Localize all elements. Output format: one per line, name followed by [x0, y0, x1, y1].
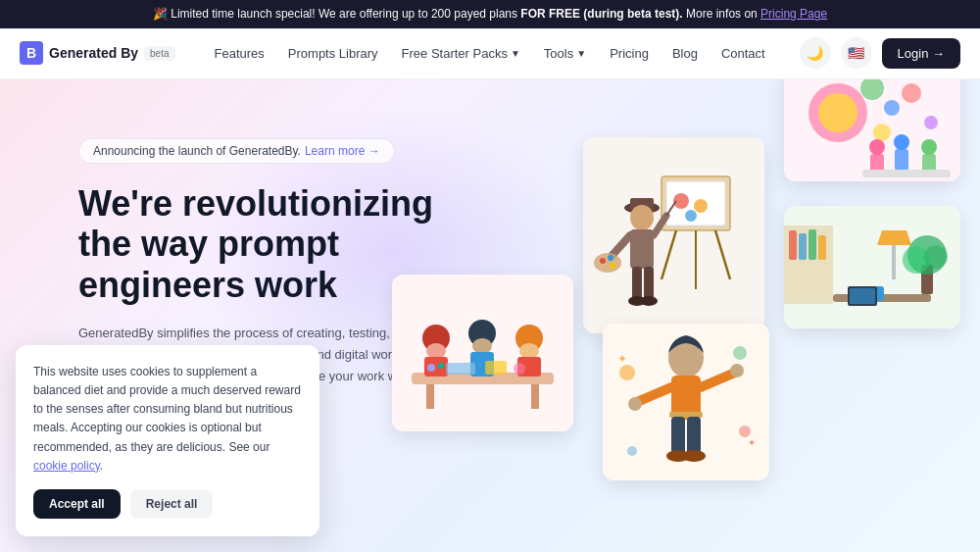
accept-cookies-button[interactable]: Accept all [33, 489, 121, 519]
language-selector[interactable]: 🇺🇸 [841, 37, 872, 69]
theme-toggle-button[interactable]: 🌙 [800, 37, 831, 69]
bottom-right-illustration-card [784, 206, 960, 328]
svg-point-11 [630, 205, 654, 230]
nav-tools[interactable]: Tools ▼ [534, 40, 596, 67]
group-table-illustration-card [392, 275, 573, 431]
svg-point-32 [472, 338, 492, 354]
svg-point-47 [902, 83, 921, 103]
banner-suffix: More infos on [686, 7, 760, 21]
cookie-policy-link[interactable]: cookie policy [33, 459, 100, 473]
svg-point-4 [694, 199, 708, 213]
svg-rect-56 [862, 170, 951, 177]
nav-free-starter-packs[interactable]: Free Starter Packs ▼ [392, 40, 530, 67]
svg-text:✦: ✦ [748, 437, 756, 448]
logo-icon: B [20, 41, 43, 65]
nav-blog[interactable]: Blog [662, 40, 708, 67]
svg-rect-53 [895, 149, 908, 171]
beta-badge: beta [144, 46, 174, 61]
svg-point-54 [921, 139, 937, 155]
svg-point-35 [519, 343, 539, 359]
nav-contact[interactable]: Contact [711, 40, 775, 67]
svg-rect-27 [531, 384, 539, 409]
cookie-popup: This website uses cookies to supplement … [16, 345, 319, 536]
cookie-buttons: Accept all Reject all [33, 489, 302, 519]
navbar: B Generated By beta Features Prompts Lib… [0, 28, 980, 79]
svg-point-5 [685, 210, 697, 222]
svg-rect-26 [426, 384, 434, 409]
svg-point-50 [869, 139, 885, 155]
svg-point-39 [514, 363, 525, 375]
banner-message: We are offering up to 200 payed plans [318, 7, 520, 21]
active-person-illustration-card: ✦ ✦ [603, 324, 769, 480]
logo[interactable]: B Generated By beta [20, 41, 175, 65]
svg-point-19 [610, 263, 615, 269]
svg-point-49 [924, 116, 938, 129]
svg-point-89 [733, 346, 747, 360]
painter-illustration-card [583, 137, 764, 333]
top-right-illustration-card [784, 64, 960, 181]
svg-point-52 [894, 134, 909, 150]
announcement-pill: Announcing the launch of GeneratedBy. Le… [78, 138, 395, 164]
svg-rect-60 [799, 233, 807, 260]
svg-point-40 [427, 364, 435, 372]
nav-pricing[interactable]: Pricing [600, 40, 659, 67]
svg-marker-68 [877, 230, 911, 245]
svg-point-23 [640, 296, 658, 306]
banner-prefix: 🎉 Limited time launch special! [153, 7, 316, 21]
svg-rect-67 [892, 245, 896, 279]
login-button[interactable]: Login → [882, 38, 960, 69]
svg-point-44 [818, 93, 858, 132]
logo-text: Generated By [49, 45, 138, 61]
svg-point-45 [860, 76, 884, 100]
svg-point-66 [924, 245, 948, 269]
svg-rect-73 [850, 288, 875, 304]
nav-features[interactable]: Features [205, 40, 274, 67]
banner-highlight: FOR FREE (during beta test). [520, 7, 682, 21]
svg-point-81 [682, 450, 706, 462]
nav-prompts-library[interactable]: Prompts Library [278, 40, 388, 67]
svg-point-29 [426, 343, 446, 359]
svg-point-88 [627, 446, 637, 456]
svg-rect-37 [446, 363, 475, 375]
svg-rect-21 [644, 267, 654, 301]
cookie-text: This website uses cookies to supplement … [33, 363, 302, 476]
svg-point-16 [594, 253, 621, 273]
reject-cookies-button[interactable]: Reject all [130, 489, 214, 519]
svg-text:✦: ✦ [617, 352, 627, 366]
svg-rect-77 [669, 412, 703, 418]
svg-point-48 [873, 124, 891, 141]
svg-rect-20 [632, 267, 642, 301]
svg-point-46 [884, 100, 900, 116]
svg-rect-59 [789, 230, 797, 260]
svg-rect-62 [818, 235, 826, 260]
svg-rect-38 [485, 361, 507, 375]
svg-point-18 [608, 255, 613, 261]
svg-point-85 [730, 364, 744, 377]
svg-point-41 [438, 363, 444, 369]
announce-text: Announcing the launch of GeneratedBy. [93, 144, 301, 158]
svg-point-87 [739, 426, 751, 437]
svg-point-17 [600, 258, 606, 264]
pricing-page-link[interactable]: Pricing Page [760, 7, 827, 21]
svg-point-84 [628, 397, 642, 411]
nav-links: Features Prompts Library Free Starter Pa… [205, 40, 800, 67]
learn-more-link[interactable]: Learn more → [305, 144, 380, 158]
svg-rect-61 [808, 229, 816, 260]
nav-right: 🌙 🇺🇸 Login → [800, 37, 960, 69]
svg-point-86 [619, 365, 635, 380]
announcement-banner: 🎉 Limited time launch special! We are of… [0, 0, 980, 28]
